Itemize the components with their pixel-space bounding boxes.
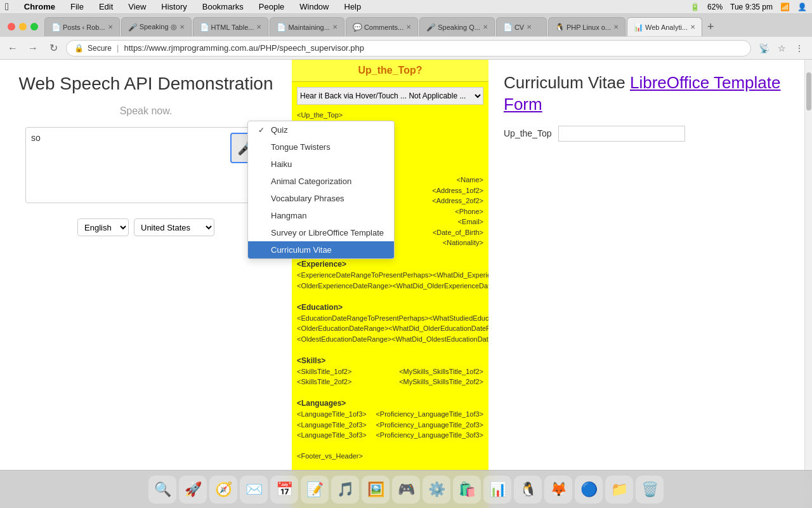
tab-maintaining[interactable]: 📄 Maintaining... ✕ [270,17,344,36]
tab-close-button[interactable]: ✕ [613,23,619,30]
dropdown-item-tongue-twisters[interactable]: Tongue Twisters [248,138,394,156]
scrollbar-thumb[interactable] [806,72,811,110]
tab-favicon: 📊 [634,23,643,32]
dock-launchpad[interactable]: 🚀 [179,476,207,504]
tab-close-button[interactable]: ✕ [180,23,185,30]
menu-chrome[interactable]: Chrome [22,2,58,11]
dropdown-item-cv[interactable]: Curriculum Vitae [248,241,394,258]
menu-history[interactable]: History [159,2,189,11]
dock-ftp[interactable]: 📁 [605,476,633,504]
dock-mail[interactable]: ✉️ [240,476,268,504]
dock-chrome[interactable]: 🔵 [575,476,603,504]
footer-tag: <Footer_vs_Header> [297,451,483,462]
edu-present-tag: <WhatStudiedEducationDateRange...> [429,313,488,324]
dropdown-item-hangman[interactable]: Hangman [248,207,394,224]
dropdown-item-quiz[interactable]: ✓ Quiz [248,121,394,138]
dropdown-label: Vocabulary Phrases [271,194,344,203]
language-select[interactable]: English French German Spanish [77,218,129,236]
close-button[interactable] [8,23,15,30]
tab-comments[interactable]: 💬 Comments... ✕ [346,17,418,36]
tab-speaking-q[interactable]: 🎤 Speaking Q... ✕ [419,17,495,36]
tab-html[interactable]: 📄 HTML Table... ✕ [193,17,269,36]
menu-edit[interactable]: Edit [96,2,115,11]
speech-input-text: so [31,133,41,143]
tab-web-analytics[interactable]: 📊 Web Analyti... ✕ [627,17,702,36]
lang1-tag: <Proficiency_LanguageTitle_1of3> [376,409,483,420]
menu-window[interactable]: Window [297,2,331,11]
reload-button[interactable]: ↻ [46,41,61,56]
exp-older-tag: <WhatDid_OlderExperienceDateRan...> [392,281,488,291]
speech-input-area: so 🎤 [25,127,266,203]
dropdown-label: Hangman [271,211,306,220]
dock-music[interactable]: 🎵 [331,476,359,504]
tab-favicon: 📄 [51,23,60,32]
url-text[interactable]: https://www.rjmprogramming.com.au/PHP/sp… [124,43,364,53]
exp-older-row: <OlderExperienceDateRange> <WhatDid_Olde… [297,281,483,291]
address-input[interactable]: 🔒 Secure | https://www.rjmprogramming.co… [66,40,751,57]
dock-calendar[interactable]: 📅 [270,476,298,504]
cast-icon[interactable]: 📡 [756,41,771,56]
dock-firefox[interactable]: 🦊 [544,476,572,504]
forward-button[interactable]: → [25,41,41,56]
tab-close-button[interactable]: ✕ [332,23,337,30]
tab-close-button[interactable]: ✕ [108,23,113,30]
dock-notes[interactable]: 📝 [301,476,329,504]
menu-view[interactable]: View [126,2,148,11]
dropdown-item-vocab[interactable]: Vocabulary Phrases [248,190,394,207]
minimize-button[interactable] [19,23,27,30]
dock-finder[interactable]: 🔍 [148,476,176,504]
speech-api-title: Web Speech API Demonstration [18,72,273,95]
tab-label: Web Analyti... [645,23,688,31]
tab-speaking[interactable]: 🎤 Speaking ◎ ✕ [121,17,192,36]
dock-settings[interactable]: ⚙️ [422,476,450,504]
email-tag: <Email> [458,217,483,227]
menu-bookmarks[interactable]: Bookmarks [200,2,246,11]
region-select[interactable]: United States United Kingdom Australia C… [134,218,214,236]
back-button[interactable]: ← [5,41,20,56]
tab-label: Comments... [364,23,403,31]
tab-close-button[interactable]: ✕ [483,23,488,30]
tab-label: Posts ‹ Rob... [63,23,105,31]
menu-file[interactable]: File [68,2,86,11]
edu-older-tag: <WhatDid_OlderEducationDateRan...> [388,323,488,334]
apple-menu-icon[interactable]:  [5,1,9,13]
dropdown-label: Tongue Twisters [271,142,331,152]
menu-people[interactable]: People [256,2,287,11]
tab-posts[interactable]: 📄 Posts ‹ Rob... ✕ [44,17,120,36]
tab-label: PHP Linux o... [566,23,611,31]
hear-back-select[interactable]: Hear it Back via Hover/Touch ... Not App… [297,87,483,105]
user-icon: 👤 [797,3,807,11]
tab-cv[interactable]: 📄 CV ✕ [496,17,547,36]
tab-close-button[interactable]: ✕ [256,23,261,30]
tab-php[interactable]: 🐧 PHP Linux o... ✕ [548,17,625,36]
dock-apps[interactable]: 🛍️ [453,476,481,504]
lang3-label: <LanguageTitle_3of3> [297,430,367,441]
maximize-button[interactable] [30,23,38,30]
bookmark-icon[interactable]: ☆ [774,41,789,56]
clock: Tue 9:35 pm [730,3,773,11]
edu-present-label: <EducationDateRangeToPresentPerhaps> [297,313,429,324]
tab-label: Speaking Q... [438,23,480,31]
tab-close-button[interactable]: ✕ [406,23,411,30]
dock-safari[interactable]: 🧭 [209,476,237,504]
browser-content: Web Speech API Demonstration Speak now. … [0,60,812,508]
tab-label: CV [514,23,524,31]
dock-photos[interactable]: 🖼️ [362,476,390,504]
dock-linux[interactable]: 🐧 [514,476,542,504]
tab-favicon: 🎤 [426,23,435,32]
dropdown-item-survey[interactable]: Survey or LibreOffice Template [248,224,394,241]
up-the-top-input[interactable] [558,126,685,142]
dock-games[interactable]: 🎮 [392,476,420,504]
tab-close-button[interactable]: ✕ [527,23,532,30]
scrollbar[interactable] [804,60,812,508]
new-tab-button[interactable]: + [707,20,714,34]
dock-trash[interactable]: 🗑️ [636,476,664,504]
dropdown-item-haiku[interactable]: Haiku [248,156,394,173]
secure-label: Secure [88,44,112,53]
menu-help[interactable]: Help [342,2,364,11]
tab-close-button[interactable]: ✕ [690,23,695,30]
menu-icon[interactable]: ⋮ [792,41,807,56]
education-tag: <Education> [297,302,483,313]
dock-charts[interactable]: 📊 [483,476,511,504]
dropdown-item-animal[interactable]: Animal Categorization [248,173,394,190]
